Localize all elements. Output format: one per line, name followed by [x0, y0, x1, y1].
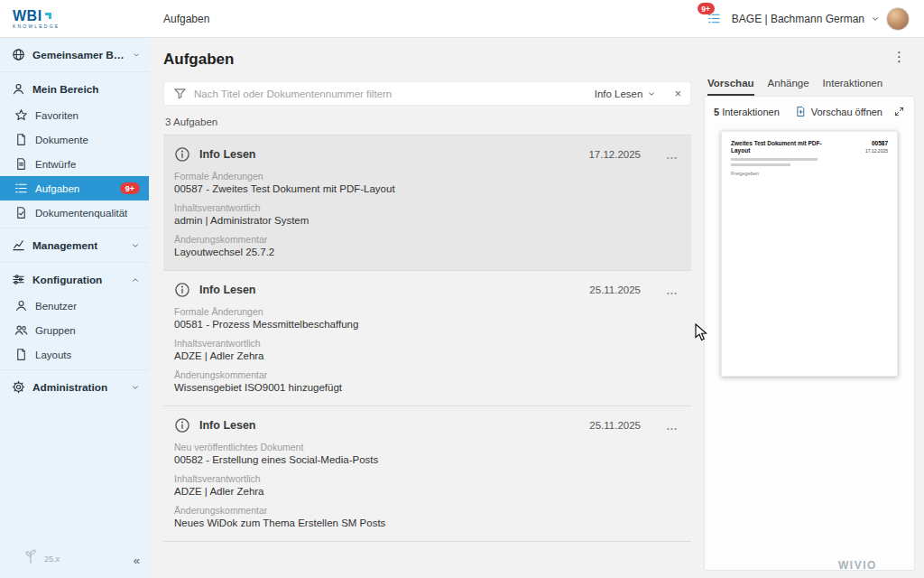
sidebar-item-label: Dokumentenqualität: [35, 208, 127, 219]
kebab-menu-button[interactable]: ⋮: [887, 47, 911, 67]
preview-doc-title: Zweites Test Dokument mit PDF-Layout: [731, 140, 832, 155]
field-value: 00587 - Zweites Test Dokument mit PDF-La…: [174, 183, 679, 194]
filter-bar[interactable]: Nach Titel oder Dokumentennummer filtern…: [163, 81, 691, 106]
expand-icon[interactable]: [893, 106, 905, 117]
chevron-down-icon: [647, 89, 656, 98]
sidebar-item-mein-bereich[interactable]: Mein Bereich: [0, 75, 149, 103]
topbar: WBI KNOWLEDGE Aufgaben 9+ BAGE | Bachman…: [0, 0, 924, 38]
more-options-button[interactable]: …: [666, 148, 679, 162]
sidebar-item-label: Management: [32, 239, 97, 252]
avatar[interactable]: [886, 7, 910, 31]
task-title: Info Lesen: [199, 284, 256, 296]
field-label: Änderungskommentar: [174, 505, 679, 516]
task-title: Info Lesen: [199, 148, 256, 161]
main-content: Aufgaben Nach Titel oder Dokumentennumme…: [149, 38, 698, 578]
more-options-button[interactable]: …: [666, 284, 679, 297]
task-list: Info Lesen 17.12.2025 … Formale Änderung…: [163, 135, 691, 542]
tasks-icon: [14, 182, 28, 195]
field-value: ADZE | Adler Zehra: [174, 486, 679, 497]
task-card[interactable]: Info Lesen 25.11.2025 … Formale Änderung…: [163, 271, 691, 406]
sidebar-item-benutzer[interactable]: Benutzer: [0, 294, 149, 318]
document-check-icon: [14, 206, 28, 219]
sidebar-item-dokumente[interactable]: Dokumente: [0, 127, 149, 152]
field-value: Layoutwechsel 25.7.2: [174, 247, 679, 257]
person-icon: [14, 299, 28, 312]
person-icon: [12, 82, 25, 96]
info-icon: [174, 146, 190, 163]
sidebar-item-gemeinsamer-bereich[interactable]: Gemeinsamer Bereich: [0, 41, 149, 69]
task-date: 25.11.2025: [589, 284, 641, 295]
sidebar-item-aufgaben[interactable]: Aufgaben 9+: [0, 176, 149, 200]
user-name: BAGE | Bachmann German: [732, 13, 864, 25]
chevron-down-icon: [871, 14, 880, 23]
logo-accent-icon: [45, 13, 51, 19]
people-icon: [14, 323, 28, 337]
clear-filter-button[interactable]: ×: [674, 87, 681, 100]
sidebar-item-label: Gemeinsamer Bereich: [32, 49, 125, 61]
chevron-up-icon: [131, 275, 140, 284]
sidebar-item-administration[interactable]: Administration: [0, 373, 149, 401]
sidebar-item-label: Mein Bereich: [32, 83, 98, 96]
task-card[interactable]: Info Lesen 17.12.2025 … Formale Änderung…: [163, 135, 691, 271]
task-date: 25.11.2025: [589, 420, 641, 431]
wivio-logo: 25.x: [0, 538, 149, 578]
interactions-count-number: 5: [714, 107, 719, 117]
sidebar-item-label: Favoriten: [35, 110, 79, 121]
sliders-icon: [12, 273, 25, 286]
field-value: ADZE | Adler Zehra: [174, 350, 679, 361]
filter-input[interactable]: Nach Titel oder Dokumentennummer filtern: [194, 89, 587, 99]
task-card[interactable]: Info Lesen 25.11.2025 … Neu veröffentlic…: [163, 406, 691, 542]
field-label: Formale Änderungen: [174, 306, 679, 317]
sidebar-item-label: Konfiguration: [32, 274, 102, 286]
tab-vorschau[interactable]: Vorschau: [707, 78, 754, 96]
field-value: Neues WiDok zum Thema Erstellen SM Posts: [174, 517, 679, 528]
sidebar-item-gruppen[interactable]: Gruppen: [0, 318, 149, 342]
user-menu[interactable]: BAGE | Bachmann German: [732, 7, 910, 31]
draft-icon: [14, 157, 28, 171]
sidebar-item-layouts[interactable]: Layouts: [0, 342, 149, 367]
page-title: Aufgaben: [163, 51, 234, 69]
sidebar-item-label: Entwürfe: [35, 159, 76, 170]
preview-doc-date: 17.12.2025: [865, 148, 888, 154]
sidebar: Gemeinsamer Bereich Mein Bereich Favorit…: [0, 38, 149, 578]
preview-doc-number: 00587: [865, 140, 888, 146]
version-label: 25.x: [44, 555, 60, 564]
topbar-page-label: Aufgaben: [163, 13, 209, 25]
notifications-button[interactable]: 9+: [707, 8, 721, 29]
notification-badge: 9+: [698, 3, 715, 14]
sidebar-item-konfiguration[interactable]: Konfiguration: [0, 266, 149, 294]
gear-icon: [12, 380, 25, 394]
wbi-logo[interactable]: WBI KNOWLEDGE: [0, 9, 149, 29]
document-preview-thumbnail[interactable]: Zweites Test Dokument mit PDF-Layout Fre…: [721, 131, 898, 377]
sidebar-item-label: Gruppen: [35, 325, 76, 336]
preview-card: 5 Interaktionen Vorschau öffnen Zweites …: [704, 96, 915, 571]
sidebar-item-label: Benutzer: [35, 301, 77, 312]
task-count-label: 3 Aufgaben: [165, 117, 691, 127]
type-filter-dropdown[interactable]: Info Lesen: [595, 89, 657, 99]
preview-doc-status: Freigegeben: [731, 171, 832, 176]
tab-interaktionen[interactable]: Interaktionen: [823, 78, 883, 96]
chart-icon: [12, 238, 25, 252]
field-label: Inhaltsverantwortlich: [174, 473, 679, 484]
preview-meta-line: [731, 163, 790, 166]
field-value: 00582 - Erstellung eines Social-Media-Po…: [174, 454, 679, 465]
field-value: admin | Administrator System: [174, 215, 679, 226]
sidebar-item-management[interactable]: Management: [0, 231, 149, 259]
logo-subtitle: KNOWLEDGE: [13, 23, 149, 29]
sidebar-item-favoriten[interactable]: Favoriten: [0, 103, 149, 127]
more-options-button[interactable]: …: [666, 419, 679, 433]
sidebar-item-label: Dokumente: [35, 135, 88, 145]
tab-anhaenge[interactable]: Anhänge: [768, 78, 809, 96]
open-preview-link[interactable]: Vorschau öffnen: [795, 106, 882, 117]
sidebar-item-label: Administration: [32, 381, 107, 394]
sidebar-collapse-button[interactable]: «: [134, 554, 140, 567]
sidebar-item-dokumentenqualitaet[interactable]: Dokumentenqualität: [0, 200, 149, 225]
type-filter-value: Info Lesen: [595, 89, 643, 99]
task-date: 17.12.2025: [588, 149, 641, 160]
field-label: Änderungskommentar: [174, 369, 679, 380]
layout-icon: [14, 348, 28, 361]
info-icon: [174, 282, 190, 298]
tasks-count-badge: 9+: [120, 182, 140, 194]
sidebar-item-entwuerfe[interactable]: Entwürfe: [0, 152, 149, 176]
wivio-leaf-icon: [22, 547, 40, 565]
